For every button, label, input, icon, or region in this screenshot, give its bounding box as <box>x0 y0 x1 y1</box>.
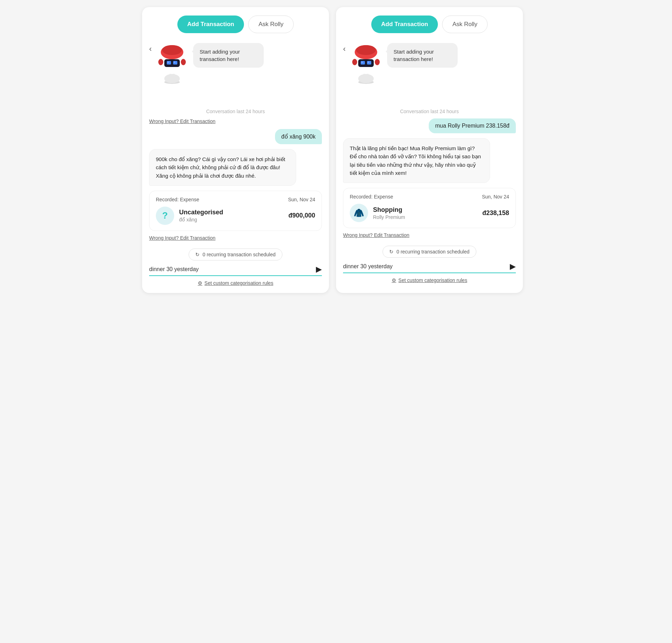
chat-area-1: ‹ Start adding your transaction here! <box>343 42 516 102</box>
svg-rect-10 <box>174 62 175 63</box>
bot-bubble-1: Thật là lãng phí tiền bạc! Mua Rolly Pre… <box>343 138 490 183</box>
svg-rect-21 <box>367 61 371 65</box>
recurring-icon-1: ↻ <box>389 249 393 255</box>
svg-rect-8 <box>173 61 177 65</box>
recurring-text-0: 0 recurring transaction scheduled <box>202 252 275 257</box>
transaction-amount-1: đ238,158 <box>482 209 509 217</box>
bot-message-0: 900k cho đổ xăng? Cái gì vậy con? Lái xe… <box>149 149 322 186</box>
transaction-card-0: Recorded: Expense Sun, Nov 24 ? Uncatego… <box>149 191 322 231</box>
transaction-sub-0: đổ xăng <box>179 217 283 222</box>
svg-point-25 <box>375 59 380 65</box>
transaction-card-1: Recorded: Expense Sun, Nov 24 🧥 Shopping… <box>343 188 516 228</box>
chat-input-0[interactable] <box>149 266 312 272</box>
chat-input-1[interactable] <box>343 263 506 270</box>
input-row-1: ▶ <box>343 263 516 273</box>
user-message-0: đổ xăng 900k <box>149 129 322 144</box>
transaction-card-header-1: Recorded: Expense Sun, Nov 24 <box>350 194 509 200</box>
svg-rect-19 <box>358 59 374 67</box>
svg-point-12 <box>181 59 186 65</box>
input-row-0: ▶ <box>149 265 322 276</box>
transaction-amount-0: đ900,000 <box>288 212 315 219</box>
transaction-card-header-0: Recorded: Expense Sun, Nov 24 <box>156 197 315 202</box>
svg-rect-23 <box>368 62 369 63</box>
transaction-card-body-0: ? Uncategorised đổ xăng đ900,000 <box>156 207 315 225</box>
add-transaction-button-1[interactable]: Add Transaction <box>371 16 438 33</box>
chat-area-0: ‹ Start adding your transaction here! <box>149 42 322 102</box>
user-bubble-1: mua Rolly Premium 238.158đ <box>429 118 516 133</box>
recurring-icon-0: ↻ <box>195 252 200 257</box>
category-icon-0: ? <box>156 207 174 225</box>
transaction-name-1: Shopping <box>373 206 477 214</box>
bot-message-1: Thật là lãng phí tiền bạc! Mua Rolly Pre… <box>343 138 516 183</box>
add-transaction-button-0[interactable]: Add Transaction <box>177 16 244 33</box>
transaction-card-body-1: 🧥 Shopping Rolly Premium đ238,158 <box>350 204 509 222</box>
svg-point-18 <box>356 45 376 55</box>
edit-link-bottom-1[interactable]: Wrong Input? Edit Transaction <box>343 232 516 238</box>
send-button-0[interactable]: ▶ <box>316 265 322 273</box>
ask-rolly-button-0[interactable]: Ask Rolly <box>248 16 294 33</box>
panel-left: Add Transaction Ask Rolly ‹ <box>142 7 329 293</box>
back-arrow-1[interactable]: ‹ <box>343 44 346 54</box>
edit-link-top-0[interactable]: Wrong Input? Edit Transaction <box>149 118 322 124</box>
transaction-date-0: Sun, Nov 24 <box>288 197 315 202</box>
edit-link-bottom-0[interactable]: Wrong Input? Edit Transaction <box>149 235 322 241</box>
svg-rect-20 <box>361 61 365 65</box>
transaction-date-1: Sun, Nov 24 <box>482 194 509 200</box>
settings-icon-1: ⚙ <box>392 277 396 283</box>
ask-rolly-button-1[interactable]: Ask Rolly <box>442 16 488 33</box>
svg-rect-9 <box>167 62 169 63</box>
robot-image-1 <box>348 42 384 84</box>
svg-point-2 <box>164 74 180 83</box>
transaction-label-0: Recorded: Expense <box>156 197 199 202</box>
recurring-badge-1[interactable]: ↻ 0 recurring transaction scheduled <box>383 246 476 258</box>
svg-point-24 <box>352 59 357 65</box>
top-buttons-1: Add Transaction Ask Rolly <box>343 16 516 33</box>
settings-link-text-1[interactable]: Set custom categorisation rules <box>398 277 467 283</box>
svg-point-11 <box>158 59 163 65</box>
settings-icon-0: ⚙ <box>198 280 202 286</box>
user-bubble-0: đổ xăng 900k <box>275 129 322 144</box>
transaction-label-1: Recorded: Expense <box>350 194 393 200</box>
speech-bubble-1: Start adding your transaction here! <box>387 43 458 68</box>
bot-bubble-0: 900k cho đổ xăng? Cái gì vậy con? Lái xe… <box>149 149 296 186</box>
svg-point-15 <box>358 74 374 83</box>
settings-link-text-0[interactable]: Set custom categorisation rules <box>204 280 273 286</box>
transaction-sub-1: Rolly Premium <box>373 214 477 220</box>
back-arrow-0[interactable]: ‹ <box>149 44 152 54</box>
transaction-name-0: Uncategorised <box>179 209 283 216</box>
svg-point-5 <box>162 45 182 55</box>
robot-image-0 <box>154 42 190 84</box>
settings-link-1[interactable]: ⚙ Set custom categorisation rules <box>343 277 516 283</box>
svg-rect-22 <box>361 62 363 63</box>
top-buttons-0: Add Transaction Ask Rolly <box>149 16 322 33</box>
settings-link-0[interactable]: ⚙ Set custom categorisation rules <box>149 280 322 286</box>
user-message-1: mua Rolly Premium 238.158đ <box>343 118 516 133</box>
speech-bubble-0: Start adding your transaction here! <box>193 43 264 68</box>
recurring-text-1: 0 recurring transaction scheduled <box>396 249 469 255</box>
send-button-1[interactable]: ▶ <box>510 263 516 270</box>
svg-rect-6 <box>164 59 180 67</box>
page-container: Add Transaction Ask Rolly ‹ <box>142 7 530 293</box>
category-icon-1: 🧥 <box>350 204 368 222</box>
transaction-info-1: Shopping Rolly Premium <box>373 206 477 220</box>
svg-rect-7 <box>167 61 171 65</box>
panel-right: Add Transaction Ask Rolly ‹ <box>336 7 523 293</box>
transaction-info-0: Uncategorised đổ xăng <box>179 209 283 222</box>
recurring-badge-0[interactable]: ↻ 0 recurring transaction scheduled <box>189 249 282 261</box>
conversation-divider-0: Conversation last 24 hours <box>149 109 322 114</box>
conversation-divider-1: Conversation last 24 hours <box>343 109 516 114</box>
